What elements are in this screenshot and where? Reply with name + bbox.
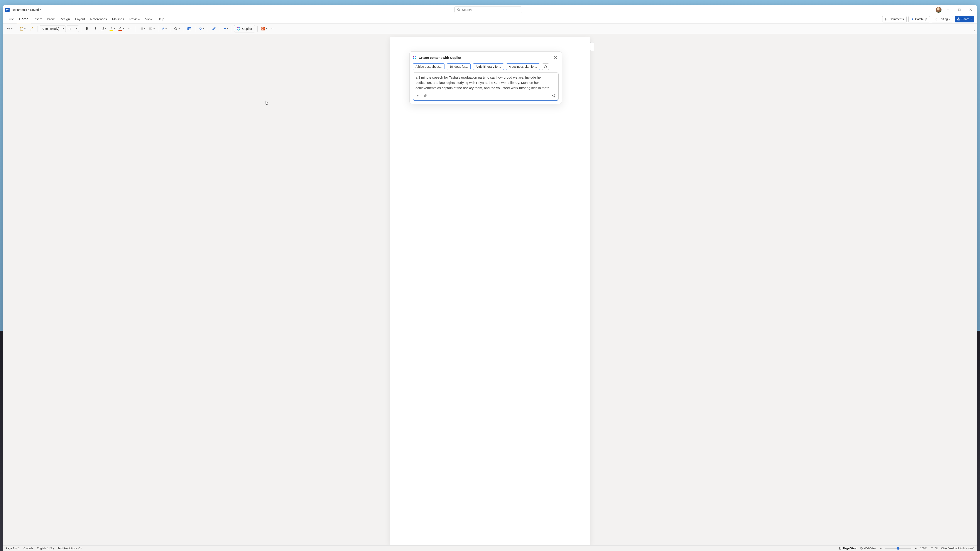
- maximize-button[interactable]: [954, 6, 964, 14]
- copilot-button[interactable]: Copilot: [234, 25, 255, 32]
- chip-business-plan[interactable]: A business plan for...: [506, 64, 540, 70]
- addins-button[interactable]: ▾: [260, 25, 268, 32]
- paintbrush-icon: [29, 27, 33, 31]
- search-placeholder: Search: [462, 8, 471, 11]
- search-input[interactable]: Search: [455, 6, 522, 13]
- tab-layout[interactable]: Layout: [73, 15, 88, 23]
- mouse-cursor-icon: [265, 100, 269, 105]
- paste-button[interactable]: ▾: [18, 25, 27, 32]
- minimize-button[interactable]: [943, 6, 953, 14]
- inspire-button[interactable]: ✦: [415, 94, 420, 98]
- find-button[interactable]: ▾: [172, 25, 181, 32]
- language-status[interactable]: English (U.S.): [37, 547, 54, 550]
- document-page[interactable]: Create content with Copilot A blog post …: [390, 37, 590, 545]
- highlight-button[interactable]: ▾: [108, 25, 116, 32]
- svg-rect-26: [264, 29, 265, 30]
- comment-icon: [885, 17, 888, 21]
- editor-button[interactable]: [210, 25, 218, 32]
- status-bar: Page 1 of 1 0 words English (U.S.) Text …: [3, 545, 977, 551]
- copilot-create-dialog: Create content with Copilot A blog post …: [409, 51, 562, 104]
- clipboard-icon: [20, 27, 24, 31]
- title-bar: W Document1 • Saved ▾ Search: [3, 5, 977, 15]
- dictate-button[interactable]: ▾: [197, 25, 205, 32]
- copilot-prompt-box[interactable]: a 3 minute speech for Tasha's graduation…: [413, 73, 558, 100]
- editing-mode-button[interactable]: Editing ▾: [932, 16, 953, 22]
- designer-button[interactable]: [186, 25, 193, 32]
- copilot-prompt-textarea[interactable]: a 3 minute speech for Tasha's graduation…: [415, 75, 556, 91]
- feedback-link[interactable]: Give Feedback to Microsoft: [941, 547, 974, 550]
- chip-trip-itinerary[interactable]: A trip itinerary for...: [473, 64, 504, 70]
- page-icon: [839, 547, 842, 550]
- undo-icon: [6, 27, 10, 31]
- copilot-icon: [237, 27, 240, 31]
- svg-marker-30: [552, 94, 555, 97]
- italic-button[interactable]: I: [92, 25, 99, 32]
- picture-icon: [187, 27, 191, 31]
- user-avatar[interactable]: [935, 7, 942, 13]
- close-button[interactable]: [966, 6, 976, 14]
- styles-button[interactable]: A▾: [161, 25, 168, 32]
- text-predictions-status[interactable]: Text Predictions: On: [58, 547, 82, 550]
- collapse-ribbon-button[interactable]: ▾: [974, 29, 975, 32]
- tab-mailings[interactable]: Mailings: [110, 15, 127, 23]
- font-color-button[interactable]: A▾: [117, 25, 125, 32]
- svg-point-0: [458, 9, 460, 11]
- refresh-icon: [544, 65, 547, 68]
- align-button[interactable]: ▾: [148, 25, 156, 32]
- font-family-select[interactable]: Aptos (Body)▾: [40, 25, 66, 32]
- highlighter-icon: [110, 27, 113, 29]
- sidebar-handle[interactable]: [590, 42, 594, 51]
- catchup-button[interactable]: ✦ Catch-up: [908, 16, 930, 22]
- font-size-select[interactable]: 11▾: [67, 25, 79, 32]
- zoom-slider[interactable]: [885, 548, 911, 549]
- align-left-icon: [149, 27, 153, 31]
- sparkle-icon: ✦: [911, 17, 914, 21]
- chip-blog-post[interactable]: A blog post about...: [413, 64, 444, 70]
- tab-home[interactable]: Home: [17, 15, 31, 23]
- zoom-in-button[interactable]: +: [915, 546, 916, 550]
- tab-design[interactable]: Design: [57, 15, 73, 23]
- chip-10-ideas[interactable]: 10 ideas for...: [447, 64, 471, 70]
- grid-icon: [261, 27, 265, 31]
- tab-review[interactable]: Review: [127, 15, 143, 23]
- zoom-out-button[interactable]: −: [880, 546, 881, 550]
- document-canvas[interactable]: Create content with Copilot A blog post …: [3, 34, 977, 545]
- word-count[interactable]: 0 words: [24, 547, 33, 550]
- refresh-chips-button[interactable]: [542, 64, 549, 70]
- page-count[interactable]: Page 1 of 1: [6, 547, 20, 550]
- bold-button[interactable]: B: [83, 25, 91, 32]
- bullets-button[interactable]: ▾: [138, 25, 146, 32]
- zoom-level[interactable]: 100%: [920, 547, 927, 550]
- italic-icon: I: [95, 26, 96, 31]
- web-view-button[interactable]: Web View: [860, 547, 877, 550]
- feather-icon: [212, 27, 216, 31]
- share-button[interactable]: Share ▾: [955, 16, 974, 22]
- svg-rect-3: [958, 9, 960, 11]
- chevron-down-icon: ▾: [949, 18, 950, 20]
- document-title[interactable]: Document1 • Saved ▾: [12, 8, 41, 11]
- close-dialog-button[interactable]: [552, 54, 558, 61]
- fit-button[interactable]: Fit: [931, 547, 938, 550]
- tab-view[interactable]: View: [143, 15, 155, 23]
- more-commands-button[interactable]: ⋯: [269, 25, 277, 32]
- pencil-icon: [934, 17, 937, 21]
- bold-icon: B: [86, 26, 88, 31]
- ellipsis-icon: ⋯: [128, 27, 132, 31]
- undo-button[interactable]: ▾: [5, 25, 14, 32]
- chevron-down-icon: ▾: [970, 18, 972, 20]
- attach-button[interactable]: [423, 94, 427, 98]
- underline-button[interactable]: U▾: [100, 25, 107, 32]
- copilot-dialog-title: Create content with Copilot: [419, 56, 461, 59]
- send-prompt-button[interactable]: [551, 94, 556, 98]
- tab-help[interactable]: Help: [155, 15, 167, 23]
- page-view-button[interactable]: Page View: [839, 547, 856, 550]
- tab-references[interactable]: References: [88, 15, 110, 23]
- comments-button[interactable]: Comments: [882, 16, 907, 22]
- tab-file[interactable]: File: [6, 15, 17, 23]
- svg-rect-21: [200, 27, 201, 29]
- format-painter-button[interactable]: [28, 25, 35, 32]
- tab-draw[interactable]: Draw: [44, 15, 57, 23]
- tab-insert[interactable]: Insert: [31, 15, 45, 23]
- ai-button[interactable]: ✦▾: [222, 25, 229, 32]
- more-formatting-button[interactable]: ⋯: [126, 25, 134, 32]
